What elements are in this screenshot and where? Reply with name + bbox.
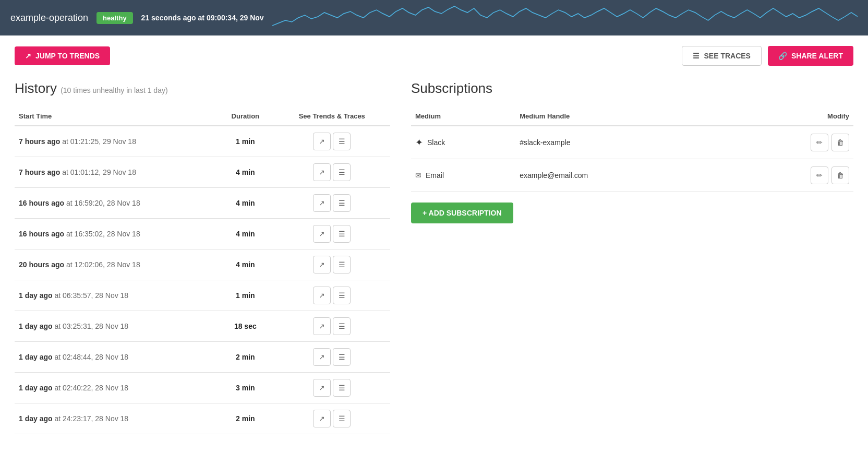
trace-buttons: ↗ ☰	[278, 317, 386, 335]
delete-button[interactable]: 🗑	[831, 166, 849, 184]
table-row: 20 hours ago at 12:02:06, 28 Nov 18 4 mi…	[15, 249, 390, 280]
trend-button[interactable]: ↗	[313, 317, 331, 335]
subs-table-header: Medium Medium Handle Modify	[411, 107, 853, 126]
traces-button[interactable]: ☰	[333, 348, 351, 366]
traces-cell: ↗ ☰	[274, 157, 390, 188]
traces-cell: ↗ ☰	[274, 219, 390, 249]
medium-cell: ✦ Slack	[411, 126, 515, 159]
sparkline-chart	[272, 2, 858, 33]
share-icon: 🔗	[778, 52, 787, 60]
table-row: 16 hours ago at 16:35:02, 28 Nov 18 4 mi…	[15, 219, 390, 249]
duration-cell: 4 min	[217, 188, 273, 219]
table-row: 1 day ago at 02:40:22, 28 Nov 18 3 min ↗…	[15, 373, 390, 403]
toolbar-right-buttons: ☰ SEE TRACES 🔗 SHARE ALERT	[682, 46, 853, 66]
table-row: 16 hours ago at 16:59:20, 28 Nov 18 4 mi…	[15, 188, 390, 219]
table-row: 1 day ago at 24:23:17, 28 Nov 18 2 min ↗…	[15, 403, 390, 434]
health-status-badge: healthy	[97, 12, 133, 24]
table-row: 1 day ago at 06:35:57, 28 Nov 18 1 min ↗…	[15, 280, 390, 311]
col-header-start-time: Start Time	[15, 107, 217, 126]
add-subscription-label: + ADD SUBSCRIPTION	[423, 209, 502, 217]
list-icon: ☰	[693, 52, 700, 60]
modify-buttons: ✏ 🗑	[729, 134, 849, 151]
traces-button[interactable]: ☰	[333, 256, 351, 273]
traces-button[interactable]: ☰	[333, 133, 351, 150]
list-item: ✉ Email example@email.com ✏ 🗑	[411, 159, 853, 192]
trend-button[interactable]: ↗	[313, 379, 331, 397]
time-at: at 16:35:02, 28 Nov 18	[66, 230, 140, 238]
traces-button[interactable]: ☰	[333, 410, 351, 427]
subscriptions-title: Subscriptions	[411, 80, 853, 97]
time-main: 1 day ago	[19, 414, 53, 423]
toolbar: ↗ JUMP TO TRENDS ☰ SEE TRACES 🔗 SHARE AL…	[15, 46, 853, 66]
table-row: 7 hours ago at 01:01:12, 29 Nov 18 4 min…	[15, 157, 390, 188]
share-alert-button[interactable]: 🔗 SHARE ALERT	[768, 46, 853, 66]
time-at: at 16:59:20, 28 Nov 18	[66, 199, 140, 207]
handle-cell: example@email.com	[515, 159, 725, 192]
see-traces-button[interactable]: ☰ SEE TRACES	[682, 46, 761, 66]
edit-button[interactable]: ✏	[811, 166, 828, 184]
delete-button[interactable]: 🗑	[831, 134, 849, 151]
traces-cell: ↗ ☰	[274, 342, 390, 373]
traces-button[interactable]: ☰	[333, 163, 351, 181]
traces-cell: ↗ ☰	[274, 188, 390, 219]
history-table: Start Time Duration See Trends & Traces …	[15, 107, 390, 434]
trend-button[interactable]: ↗	[313, 410, 331, 427]
trend-button[interactable]: ↗	[313, 225, 331, 243]
traces-cell: ↗ ☰	[274, 373, 390, 403]
jump-to-trends-label: JUMP TO TRENDS	[35, 52, 100, 60]
col-header-modify: Modify	[725, 107, 853, 126]
traces-cell: ↗ ☰	[274, 311, 390, 342]
time-main: 7 hours ago	[19, 137, 60, 146]
trend-button[interactable]: ↗	[313, 256, 331, 273]
start-time-cell: 16 hours ago at 16:35:02, 28 Nov 18	[15, 219, 217, 249]
duration-cell: 2 min	[217, 342, 273, 373]
time-at: at 01:01:12, 29 Nov 18	[62, 168, 136, 176]
traces-cell: ↗ ☰	[274, 280, 390, 311]
modify-cell: ✏ 🗑	[725, 126, 853, 159]
traces-button[interactable]: ☰	[333, 379, 351, 397]
duration-cell: 4 min	[217, 219, 273, 249]
jump-to-trends-button[interactable]: ↗ JUMP TO TRENDS	[15, 46, 110, 65]
col-header-medium: Medium	[411, 107, 515, 126]
list-item: ✦ Slack #slack-example ✏ 🗑	[411, 126, 853, 159]
start-time-cell: 1 day ago at 24:23:17, 28 Nov 18	[15, 403, 217, 434]
time-at: at 03:25:31, 28 Nov 18	[54, 322, 128, 330]
col-header-duration: Duration	[217, 107, 273, 126]
subscriptions-panel: Subscriptions Medium Medium Handle Modif…	[411, 80, 853, 434]
edit-button[interactable]: ✏	[811, 134, 828, 151]
trend-button[interactable]: ↗	[313, 133, 331, 150]
start-time-cell: 7 hours ago at 01:21:25, 29 Nov 18	[15, 126, 217, 157]
time-at: at 24:23:17, 28 Nov 18	[54, 414, 128, 423]
trend-button[interactable]: ↗	[313, 163, 331, 181]
traces-cell: ↗ ☰	[274, 403, 390, 434]
start-time-cell: 1 day ago at 02:40:22, 28 Nov 18	[15, 373, 217, 403]
table-row: 1 day ago at 02:48:44, 28 Nov 18 2 min ↗…	[15, 342, 390, 373]
traces-button[interactable]: ☰	[333, 225, 351, 243]
trend-icon: ↗	[25, 52, 31, 60]
trend-button[interactable]: ↗	[313, 287, 331, 304]
modify-buttons: ✏ 🗑	[729, 166, 849, 184]
time-at: at 12:02:06, 28 Nov 18	[66, 260, 140, 269]
traces-button[interactable]: ☰	[333, 317, 351, 335]
traces-button[interactable]: ☰	[333, 194, 351, 212]
time-main: 1 day ago	[19, 322, 53, 330]
subscriptions-table: Medium Medium Handle Modify ✦ Slack #sla…	[411, 107, 853, 192]
history-table-header: Start Time Duration See Trends & Traces	[15, 107, 390, 126]
trend-button[interactable]: ↗	[313, 348, 331, 366]
trace-buttons: ↗ ☰	[278, 287, 386, 304]
last-check-time: 21 seconds ago at 09:00:34, 29 Nov	[141, 14, 264, 22]
trace-buttons: ↗ ☰	[278, 225, 386, 243]
trend-button[interactable]: ↗	[313, 194, 331, 212]
add-subscription-button[interactable]: + ADD SUBSCRIPTION	[411, 203, 513, 223]
header: example-operation healthy 21 seconds ago…	[0, 0, 868, 35]
history-subtitle: (10 times unhealthy in last 1 day)	[61, 86, 167, 94]
handle-cell: #slack-example	[515, 126, 725, 159]
table-row: 7 hours ago at 01:21:25, 29 Nov 18 1 min…	[15, 126, 390, 157]
traces-button[interactable]: ☰	[333, 287, 351, 304]
duration-cell: 3 min	[217, 373, 273, 403]
duration-cell: 4 min	[217, 249, 273, 280]
content-layout: History (10 times unhealthy in last 1 da…	[15, 80, 853, 434]
trace-buttons: ↗ ☰	[278, 256, 386, 273]
duration-cell: 1 min	[217, 280, 273, 311]
time-main: 16 hours ago	[19, 230, 64, 238]
